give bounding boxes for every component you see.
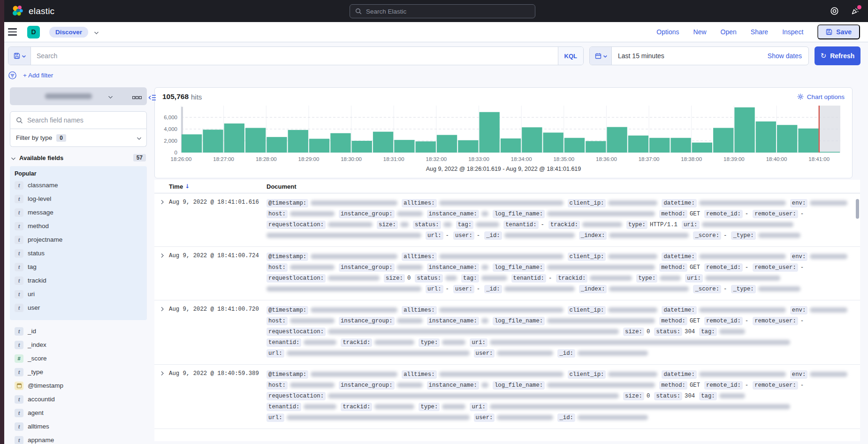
doc-field-segment: _index: bbox=[579, 231, 689, 240]
field-item-uri[interactable]: turi bbox=[15, 287, 142, 301]
histogram-bar[interactable] bbox=[734, 107, 754, 153]
field-item-@timestamp[interactable]: @timestamp bbox=[15, 379, 142, 392]
collapse-sidebar-icon[interactable] bbox=[148, 94, 156, 101]
nav-link-inspect[interactable]: Inspect bbox=[782, 28, 803, 36]
histogram-bar[interactable] bbox=[394, 140, 414, 153]
chart-options-button[interactable]: Chart options bbox=[797, 93, 845, 100]
expand-row-button[interactable] bbox=[154, 198, 169, 241]
field-item-user[interactable]: tuser bbox=[15, 301, 142, 314]
histogram-bar[interactable] bbox=[266, 137, 287, 153]
field-item-log-level[interactable]: tlog-level bbox=[15, 192, 142, 206]
field-item-projectname[interactable]: tprojectname bbox=[15, 233, 142, 246]
histogram-bar[interactable] bbox=[522, 127, 542, 153]
field-stats-dots-icon[interactable] bbox=[132, 96, 142, 100]
refresh-button[interactable]: ↻ Refresh bbox=[815, 46, 860, 65]
document-line: requestlocation:size:0status:304tag: bbox=[266, 390, 850, 401]
date-picker-calendar-button[interactable] bbox=[590, 47, 612, 65]
field-search-input[interactable]: Search field names bbox=[10, 111, 147, 129]
field-item-_type[interactable]: t_type bbox=[15, 365, 142, 379]
hits-histogram-chart[interactable]: 02,0004,0006,00018:26:0018:27:0018:28:00… bbox=[162, 103, 842, 165]
field-item-accountid[interactable]: taccountid bbox=[15, 392, 142, 406]
top-header-bar: elastic Search Elastic bbox=[0, 0, 868, 22]
histogram-bar[interactable] bbox=[373, 132, 393, 153]
field-item-_id[interactable]: t_id bbox=[15, 324, 142, 338]
histogram-bar[interactable] bbox=[288, 130, 308, 153]
filter-menu-icon[interactable] bbox=[8, 71, 17, 80]
field-item-_index[interactable]: t_index bbox=[15, 338, 142, 352]
filter-by-type-dropdown[interactable]: Filter by type 0 bbox=[10, 129, 147, 147]
nav-link-share[interactable]: Share bbox=[751, 28, 768, 36]
available-fields-toggle[interactable]: Available fields 57 bbox=[12, 154, 146, 161]
expand-row-button[interactable] bbox=[154, 369, 169, 423]
index-pattern-selector[interactable] bbox=[10, 87, 147, 105]
breadcrumb-discover[interactable]: Discover bbox=[49, 27, 88, 38]
histogram-bar[interactable] bbox=[777, 125, 797, 153]
save-button[interactable]: Save bbox=[817, 24, 860, 39]
field-item-tag[interactable]: ttag bbox=[15, 260, 142, 274]
field-item-classname[interactable]: tclassname bbox=[15, 178, 142, 192]
time-column-header[interactable]: Time ↓ bbox=[169, 183, 266, 190]
expand-row-button[interactable] bbox=[154, 305, 169, 359]
show-dates-link[interactable]: Show dates bbox=[768, 47, 808, 65]
news-party-popper-icon[interactable] bbox=[850, 7, 860, 16]
histogram-bar[interactable] bbox=[437, 135, 457, 153]
histogram-bar[interactable] bbox=[564, 138, 585, 153]
histogram-bar[interactable] bbox=[798, 129, 818, 153]
kql-search-input[interactable]: Search bbox=[31, 47, 558, 65]
field-item-_score[interactable]: #_score bbox=[15, 352, 142, 365]
x-axis-tick-label: 18:36:00 bbox=[596, 156, 617, 162]
add-filter-link[interactable]: + Add filter bbox=[23, 72, 53, 79]
histogram-bar[interactable] bbox=[692, 143, 712, 153]
histogram-bar[interactable] bbox=[586, 141, 606, 153]
field-item-method[interactable]: tmethod bbox=[15, 219, 142, 233]
field-item-agent[interactable]: tagent bbox=[15, 406, 142, 420]
histogram-bar[interactable] bbox=[480, 112, 500, 153]
doc-field-pill: datetime: bbox=[662, 199, 696, 207]
histogram-bar[interactable] bbox=[501, 138, 521, 153]
histogram-bar[interactable] bbox=[352, 141, 372, 153]
menu-hamburger-icon[interactable] bbox=[8, 28, 17, 36]
breadcrumb-chevron-down-icon[interactable] bbox=[94, 30, 99, 34]
chevron-right-icon bbox=[160, 307, 164, 312]
field-item-message[interactable]: tmessage bbox=[15, 206, 142, 219]
histogram-bar[interactable] bbox=[330, 133, 350, 153]
field-item-status[interactable]: tstatus bbox=[15, 246, 142, 260]
field-item-appname[interactable]: tappname bbox=[15, 433, 142, 444]
histogram-bar[interactable] bbox=[182, 134, 202, 153]
document-line: host:instance_group:instance_name:log_fi… bbox=[266, 208, 850, 219]
doc-field-pill: type: bbox=[419, 403, 440, 411]
histogram-bar[interactable] bbox=[628, 136, 648, 153]
field-item-trackid[interactable]: ttrackid bbox=[15, 274, 142, 287]
histogram-bar[interactable] bbox=[607, 127, 627, 153]
table-scrollbar-thumb[interactable] bbox=[856, 199, 859, 219]
histogram-bar[interactable] bbox=[713, 128, 733, 153]
nav-link-open[interactable]: Open bbox=[721, 28, 737, 36]
histogram-bar[interactable] bbox=[309, 139, 329, 153]
saved-query-menu-button[interactable] bbox=[8, 47, 31, 65]
histogram-bar[interactable] bbox=[416, 141, 436, 153]
histogram-bar[interactable] bbox=[670, 138, 691, 153]
histogram-bar[interactable] bbox=[820, 152, 840, 153]
histogram-bar[interactable] bbox=[756, 122, 776, 153]
field-item-alltimes[interactable]: talltimes bbox=[15, 420, 142, 433]
redacted-value bbox=[481, 276, 507, 281]
space-switcher-badge[interactable]: D bbox=[27, 26, 40, 38]
nav-link-new[interactable]: New bbox=[693, 28, 707, 36]
time-range-value[interactable]: Last 15 minutes bbox=[612, 47, 768, 65]
histogram-bar[interactable] bbox=[458, 140, 478, 153]
elastic-brand: elastic bbox=[11, 5, 54, 17]
table-header: Time ↓ Document bbox=[154, 180, 860, 193]
doc-field-segment: remote_user:- bbox=[753, 263, 804, 272]
global-search-input[interactable]: Search Elastic bbox=[350, 4, 535, 18]
help-icon[interactable] bbox=[830, 7, 839, 16]
kql-language-button[interactable]: KQL bbox=[558, 47, 583, 65]
histogram-bar[interactable] bbox=[245, 128, 266, 153]
redacted-value bbox=[439, 200, 563, 206]
expand-row-button[interactable] bbox=[154, 251, 169, 294]
histogram-bar[interactable] bbox=[543, 133, 563, 153]
nav-link-options[interactable]: Options bbox=[656, 28, 679, 36]
current-time-marker bbox=[819, 106, 820, 153]
histogram-bar[interactable] bbox=[224, 123, 244, 153]
histogram-bar[interactable] bbox=[649, 138, 670, 153]
histogram-bar[interactable] bbox=[203, 130, 223, 153]
